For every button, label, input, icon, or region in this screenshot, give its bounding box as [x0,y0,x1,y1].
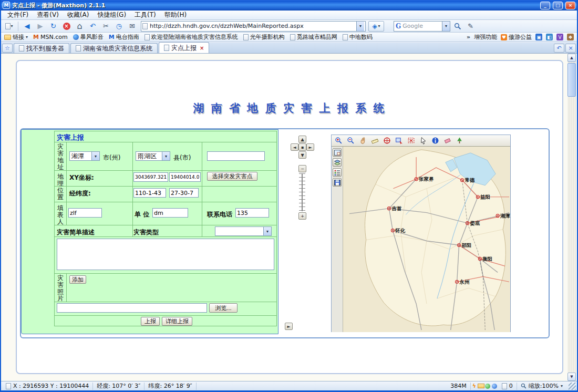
zoom-out-step-button[interactable]: − [298,165,306,172]
layers-button[interactable] [333,158,342,167]
unit-input[interactable] [152,208,188,218]
full-extent-button[interactable] [381,136,393,146]
stop-button[interactable]: × [60,21,73,32]
scroll-up-button[interactable]: ▲ [567,54,576,62]
zoom-control[interactable]: 缩放:100% ▾ [517,383,566,390]
link-zhongdi-digital[interactable]: 中地数码 [343,33,373,41]
description-textarea[interactable] [57,239,274,270]
menu-file[interactable]: 文件(F) [3,10,33,20]
reporter-input[interactable] [68,208,102,218]
overview-map-button[interactable] [333,148,342,157]
link-photo-agency[interactable]: 光年摄影机构 [243,33,285,41]
resize-grip[interactable] [569,383,576,390]
pointer-select-button[interactable] [417,136,429,146]
link-hunan-disaster-system[interactable]: 欢迎登陆湖南省地质灾害信息系统 [145,33,238,41]
pick-point-button[interactable]: 选择突发灾害点 [207,172,257,181]
measure-button[interactable] [369,136,380,146]
menu-view[interactable]: 查看(V) [33,10,63,20]
split-screen-button[interactable]: ◧ [546,34,553,40]
restore-button[interactable]: □ [553,2,563,9]
submit-button[interactable]: 上报 [141,317,160,326]
phone-input[interactable] [235,208,269,218]
longitude-input[interactable] [133,188,166,198]
blocked-popup-counter[interactable]: 0 [498,383,517,390]
city-select[interactable]: 湘潭 ▾ [69,151,100,161]
x-coordinate-input[interactable] [133,172,168,182]
county-select[interactable]: 雨湖区 ▾ [136,151,170,161]
forward-button[interactable]: ▶ [34,21,46,32]
close-button[interactable]: × [565,2,575,9]
title-bar[interactable]: M 灾点上报 - 傲游(Maxthon) 2.1.1 _ □ × [1,0,577,11]
disaster-type-select[interactable]: ▾ [215,226,272,236]
tab-disaster-report[interactable]: 灾点上报× [159,42,209,53]
boost-button[interactable]: ϟ [471,383,478,389]
pan-up-button[interactable]: ▲ [298,136,306,143]
paw-plugin-button[interactable]: ❖ [567,34,574,40]
charity-button[interactable]: ♥傲游公益 [501,33,532,41]
links-overflow-button[interactable]: » [467,34,470,40]
save-map-button[interactable] [333,178,342,187]
menu-help[interactable]: 帮助(H) [160,10,191,20]
back-button[interactable]: ◀ [21,21,33,32]
history-button[interactable]: ◷ [113,21,125,32]
link-msn[interactable]: MMSN.com [33,34,68,40]
pan-center-button[interactable]: ▪ [298,143,306,151]
pan-left-button[interactable]: ◄ [291,143,298,151]
undo-button[interactable]: ↶ [87,21,99,32]
v-plugin-button[interactable]: V [556,34,563,40]
latitude-input[interactable] [169,188,199,198]
highlight-button[interactable]: ✎ [465,21,477,32]
detail-submit-button[interactable]: 详细上报 [162,317,192,326]
select-area-button[interactable] [393,136,405,146]
zoom-in-step-button[interactable]: + [298,212,306,220]
refresh-button[interactable]: ↻ [47,21,59,32]
mail-button[interactable]: ✉ [126,21,138,32]
pan-down-button[interactable]: ▼ [298,151,306,159]
minimize-button[interactable]: _ [540,2,550,9]
new-tab-button[interactable]: ▾ [3,21,15,32]
pan-right-button[interactable]: ► [306,143,314,151]
downloads-button[interactable] [478,383,484,389]
address-detail-input[interactable] [207,151,265,161]
identify-button[interactable] [429,136,441,146]
address-url[interactable]: http://dzzh.hndh.gov.cn/dzzhWeb/MainRepo… [150,23,354,29]
file-path-input[interactable] [57,303,207,313]
tab-info-system[interactable]: 湖南省地质灾害信息系统 [70,43,158,53]
tab-close-icon[interactable]: × [200,45,204,51]
link-storm-player[interactable]: 暴风影音 [73,33,104,41]
filter-split-button[interactable]: ◈▾ [368,21,384,32]
zoom-in-button[interactable] [333,136,344,146]
enhance-menu-button[interactable]: 增强功能 [474,33,497,41]
links-folder-button[interactable]: 链接▾ [4,33,28,41]
zoom-out-button[interactable] [345,136,356,146]
security-indicator[interactable] [484,383,491,389]
tab-server-not-found[interactable]: 找不到服务器 [14,43,69,53]
scroll-down-button[interactable]: ▼ [567,373,576,381]
menu-tools[interactable]: 工具(T) [130,10,160,20]
search-input[interactable]: Google [402,23,440,29]
scrollbar-thumb[interactable] [567,63,576,97]
pan-button[interactable] [357,136,368,146]
search-button[interactable] [451,21,463,32]
vertical-scrollbar[interactable]: ▲ ▼ [567,54,576,381]
legend-panel-button[interactable] [333,168,342,177]
close-tab-button[interactable]: × [565,44,576,53]
add-photo-button[interactable]: 添加 [69,275,86,284]
link-radio-guide[interactable]: M电台指南 [109,33,139,41]
reopen-tab-button[interactable]: ↶ [554,44,564,53]
skin-button[interactable]: ▣ [535,34,542,40]
link-city-boutique[interactable]: 觅路城市精品网 [290,33,337,41]
address-bar[interactable]: http://dzzh.hndh.gov.cn/dzzhWeb/MainRepo… [141,21,366,32]
favorites-toggle-button[interactable]: ☆ [2,44,13,53]
browse-button[interactable]: 浏览... [209,303,238,313]
collapse-panel-button[interactable]: ► [285,323,293,330]
legend-button[interactable] [453,136,465,146]
home-button[interactable]: ⌂ [74,21,86,32]
map-canvas[interactable]: 张家界常德益阳吉首湘潭娄底怀化邵阳衡阳永州 [343,147,510,332]
zoom-slider[interactable] [298,173,306,211]
eraser-button[interactable] [441,136,453,146]
network-indicator[interactable] [491,383,498,389]
clear-selection-button[interactable] [405,136,417,146]
snap-button[interactable]: ✂ [100,21,112,32]
address-dropdown-button[interactable]: ▾ [356,22,364,31]
